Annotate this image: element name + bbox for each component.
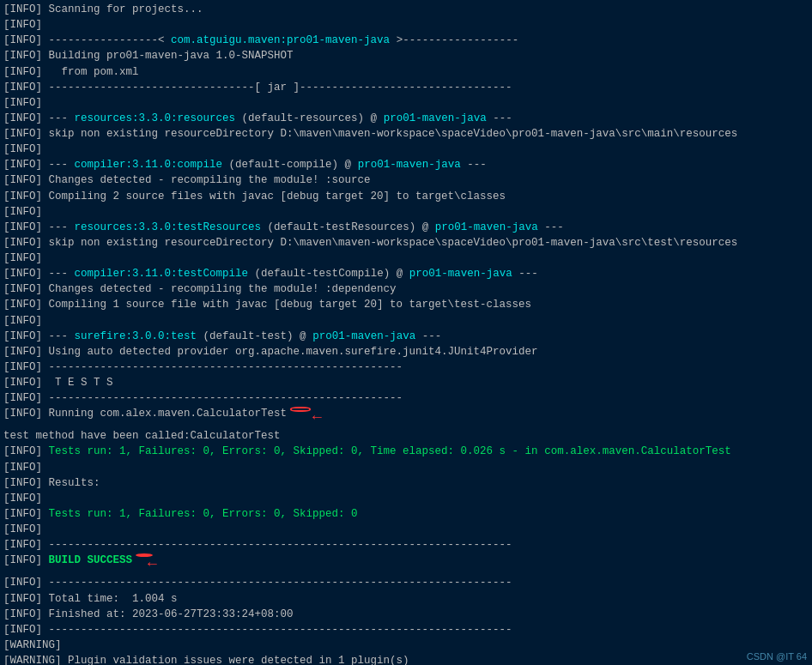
terminal-line: [INFO] <box>3 460 809 475</box>
terminal-line: [INFO] -----------------< com.atguigu.ma… <box>3 33 809 48</box>
terminal-line: [INFO] Building pro01-maven-java 1.0-SNA… <box>3 48 809 63</box>
terminal-window: [INFO] Scanning for projects...[INFO] [I… <box>0 0 812 665</box>
terminal-line: [WARNING] <box>3 638 809 653</box>
terminal-line: [WARNING] Plugin validation issues were … <box>3 653 809 665</box>
terminal-line: [INFO] Changes detected - recompiling th… <box>3 281 809 297</box>
terminal-line: [INFO] Using auto detected provider org.… <box>3 344 809 360</box>
terminal-line: [INFO] <box>3 17 809 33</box>
terminal-line: [INFO] Changes detected - recompiling th… <box>3 172 809 188</box>
terminal-line: test method have been called:CalculatorT… <box>3 428 809 444</box>
terminal-line: [INFO] <box>3 204 809 220</box>
terminal-line: [INFO] Tests run: 1, Failures: 0, Errors… <box>3 444 809 459</box>
watermark: CSDN @IT 64 <box>747 651 807 662</box>
terminal-line: [INFO] <box>3 95 809 111</box>
terminal-line: [INFO] --- resources:3.3.0:resources (de… <box>3 111 809 126</box>
terminal-line: [INFO] Compiling 1 source file with java… <box>3 297 809 312</box>
terminal-line: [INFO] ---------------------------------… <box>3 575 809 590</box>
terminal-line: [INFO] <box>3 491 809 506</box>
terminal-line: [INFO] T E S T S <box>3 375 809 390</box>
terminal-line: [INFO] Total time: 1.004 s <box>3 591 809 607</box>
terminal-line: [INFO] skip non existing resourceDirecto… <box>3 235 809 251</box>
terminal-line: [INFO] Scanning for projects... <box>3 2 809 17</box>
terminal-line: [INFO] ---------------------------------… <box>3 390 809 406</box>
terminal-line: [INFO] skip non existing resourceDirecto… <box>3 126 809 142</box>
terminal-line: [INFO] --- compiler:3.11.0:testCompile (… <box>3 266 809 281</box>
terminal-line: [INFO] <box>3 251 809 266</box>
terminal-line: [INFO] Finished at: 2023-06-27T23:33:24+… <box>3 607 809 622</box>
terminal-line: [INFO] <box>3 142 809 157</box>
terminal-line: [INFO] <box>3 313 809 329</box>
terminal-line: [INFO] --------------------------------[… <box>3 80 809 95</box>
terminal-line: [INFO] Running com.alex.maven.Calculator… <box>3 406 809 428</box>
terminal-line: [INFO] --- resources:3.3.0:testResources… <box>3 220 809 235</box>
terminal-line: [INFO] ---------------------------------… <box>3 360 809 375</box>
terminal-line: [INFO] Compiling 2 source files with jav… <box>3 189 809 204</box>
terminal-line: [INFO] Results: <box>3 475 809 491</box>
terminal-line: [INFO] --- compiler:3.11.0:compile (defa… <box>3 157 809 172</box>
terminal-line: [INFO] ---------------------------------… <box>3 622 809 638</box>
terminal-line: [INFO] Tests run: 1, Failures: 0, Errors… <box>3 506 809 522</box>
terminal-line: [INFO] from pom.xml <box>3 64 809 80</box>
terminal-line: [INFO] ---------------------------------… <box>3 537 809 553</box>
terminal-line: [INFO] --- surefire:3.0.0:test (default-… <box>3 329 809 344</box>
terminal-line: [INFO] <box>3 522 809 537</box>
terminal-line: [INFO] BUILD SUCCESS← <box>3 553 809 575</box>
